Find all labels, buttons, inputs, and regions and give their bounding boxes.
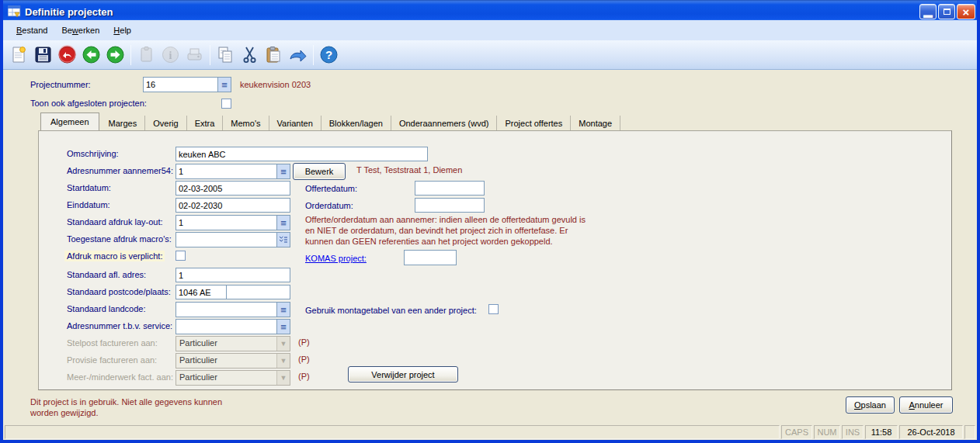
tab-memos[interactable]: Memo's [223, 116, 269, 131]
plaats-input[interactable] [226, 285, 290, 299]
tab-montage[interactable]: Montage [571, 116, 620, 131]
montagetabel-label: Gebruik montagetabel van een ander proje… [305, 306, 477, 315]
tab-project-offertes[interactable]: Project offertes [497, 116, 571, 131]
tab-algemeen[interactable]: Algemeen [40, 112, 99, 131]
menu-bewerken[interactable]: Bewerken [54, 22, 106, 38]
provisie-p-marker: (P) [298, 355, 310, 364]
lookup-icon[interactable]: ≡ [276, 302, 290, 317]
projectnummer-label: Projectnummer: [30, 80, 91, 89]
chevron-down-icon: ▼ [276, 371, 290, 385]
tab-onderaannemers[interactable]: Onderaannemers (wvd) [391, 116, 498, 131]
macro-verplicht-checkbox[interactable] [175, 251, 186, 261]
service-adres-label: Adresnummer t.b.v. service: [67, 321, 172, 331]
project-name-text: keukenvision 0203 [240, 80, 311, 89]
multi-select-icon[interactable] [276, 232, 290, 247]
meerminder-label: Meer-/minderwerk fact. aan: [67, 372, 173, 382]
bewerk-button[interactable]: Bewerk [293, 163, 346, 180]
offerte-order-info-text: Offerte/orderdatum aan aannemer: indien … [305, 214, 670, 247]
toon-afgesloten-checkbox[interactable] [221, 99, 231, 109]
toolbar-separator [313, 45, 314, 65]
new-document-icon[interactable] [7, 43, 31, 67]
service-adres-input[interactable] [175, 319, 276, 334]
forward-icon[interactable] [103, 43, 127, 67]
projectnummer-input[interactable] [143, 77, 217, 92]
landcode-label: Standaard landcode: [67, 304, 146, 313]
afdruk-macros-field-group [175, 232, 290, 247]
info-icon: i [158, 43, 182, 67]
status-bar: CAPS NUM INS 11:58 26-Oct-2018 [3, 424, 977, 440]
stelpost-label: Stelpost factureren aan: [67, 338, 158, 348]
afl-adres-input[interactable] [175, 268, 290, 282]
meerminder-p-marker: (P) [298, 372, 310, 381]
tab-extra[interactable]: Extra [187, 116, 224, 131]
help-icon[interactable]: ? [317, 43, 341, 67]
tab-marges[interactable]: Marges [101, 116, 146, 131]
menu-help[interactable]: Help [106, 22, 138, 38]
offertedatum-input[interactable] [415, 181, 485, 196]
redo-swoosh-icon[interactable] [286, 43, 310, 67]
macro-verplicht-label: Afdruk macro is verplicht: [67, 251, 165, 261]
adresnummer-input[interactable] [175, 164, 276, 179]
tab-varianten[interactable]: Varianten [269, 116, 321, 131]
landcode-field-group: ≡ [175, 302, 290, 317]
paste-icon[interactable] [262, 43, 286, 67]
stelpost-combo: Particulier ▼ [175, 336, 290, 351]
startdatum-input[interactable] [175, 181, 290, 196]
komas-project-input[interactable] [404, 250, 457, 265]
toolbar: i ? [3, 40, 977, 70]
postcode-input[interactable] [175, 285, 227, 299]
undo-red-icon[interactable] [55, 43, 79, 67]
svg-text:i: i [169, 50, 172, 61]
status-message-cell [5, 425, 780, 439]
meerminder-value: Particulier [176, 371, 276, 385]
startdatum-label: Startdatum: [67, 183, 111, 192]
landcode-input[interactable] [175, 302, 276, 317]
app-window: Definitie projecten ▬ × Bestand Bewerken… [0, 0, 980, 443]
adresnummer-label: Adresnummer aannemer54: [67, 166, 173, 175]
copy-icon[interactable] [214, 43, 238, 67]
opslaan-button[interactable]: Opslaan [846, 396, 895, 414]
in-use-warning-text: Dit project is in gebruik. Niet alle geg… [30, 396, 222, 418]
caps-indicator: CAPS [781, 425, 812, 439]
provisie-label: Provisie factureren aan: [67, 355, 157, 365]
resize-grip[interactable] [964, 425, 975, 439]
stelpost-p-marker: (P) [298, 337, 310, 347]
komas-project-link[interactable]: KOMAS project: [305, 254, 367, 263]
lookup-icon[interactable]: ≡ [276, 215, 290, 230]
tab-overig[interactable]: Overig [145, 116, 186, 131]
annuleer-button[interactable]: Annuleer [899, 396, 953, 414]
save-icon[interactable] [31, 43, 55, 67]
fax-icon [182, 43, 207, 67]
orderdatum-input[interactable] [415, 198, 485, 213]
lookup-icon[interactable]: ≡ [217, 77, 231, 92]
tab-blokken-lagen[interactable]: Blokken/lagen [321, 116, 391, 131]
omschrijving-input[interactable] [175, 147, 428, 161]
provisie-value: Particulier [176, 354, 276, 368]
montagetabel-checkbox[interactable] [488, 304, 499, 314]
num-indicator: NUM [814, 425, 840, 439]
aannemer-address-text: T Test, Teststraat 1, Diemen [356, 165, 462, 175]
afdruk-layout-label: Standaard afdruk lay-out: [67, 217, 163, 227]
back-icon[interactable] [79, 43, 103, 67]
afl-adres-label: Standaard afl. adres: [67, 270, 146, 279]
verwijder-project-button[interactable]: Verwijder project [348, 366, 458, 382]
provisie-combo: Particulier ▼ [175, 353, 290, 369]
afdruk-layout-input[interactable] [175, 215, 276, 230]
einddatum-input[interactable] [175, 198, 290, 213]
minimize-button[interactable]: ▬ [919, 4, 937, 19]
close-button[interactable]: × [957, 4, 975, 19]
maximize-button[interactable] [938, 4, 955, 19]
lookup-icon[interactable]: ≡ [276, 164, 290, 179]
projectnummer-field-group: ≡ [143, 77, 231, 92]
afdruk-macros-label: Toegestane afdruk macro's: [67, 234, 172, 244]
clock: 11:58 [865, 425, 898, 439]
meerminder-combo: Particulier ▼ [175, 370, 290, 386]
cut-icon[interactable] [238, 43, 262, 67]
menu-bar: Bestand Bewerken Help [3, 20, 977, 40]
menu-bestand[interactable]: Bestand [9, 22, 54, 38]
lookup-icon[interactable]: ≡ [276, 319, 290, 334]
svg-text:?: ? [325, 48, 332, 61]
adresnummer-field-group: ≡ [175, 164, 290, 179]
afdruk-macros-input[interactable] [175, 232, 276, 247]
afdruk-layout-field-group: ≡ [175, 215, 290, 230]
